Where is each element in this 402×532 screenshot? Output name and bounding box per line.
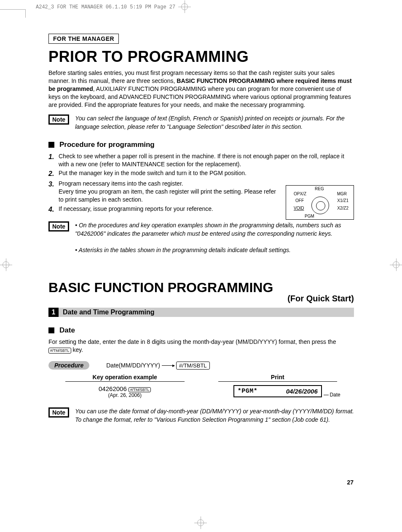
registration-mark-icon [197,519,204,526]
print-receipt-box: *PGM* 04/26/2006 Date [233,385,322,397]
example-columns: Key operation example 04262006 #/TM/SBTL… [48,374,354,398]
step-text: Check to see whether a paper roll is pre… [59,152,354,168]
square-bullet-icon [48,327,54,333]
example-digits: 04262006 [99,385,127,392]
registration-mark-icon [181,3,188,10]
topic-number: 1 [48,308,59,317]
topic-title: Date and Time Programming [63,308,155,317]
note-label: Note [48,407,69,418]
print-date-label: Date [330,392,340,398]
key-cap: #/TM/SBTL [176,362,210,370]
step-number: 1. [48,152,59,168]
page-number: 27 [347,479,354,486]
dial-label-void: VOID [294,206,304,210]
subheading-date: Date [48,326,354,335]
print-date-text: 04/26/2006 [286,388,318,395]
print-column: Print *PGM* 04/26/2006 Date [201,374,354,398]
column-header: Print [218,374,338,382]
step-number: 3. [48,180,59,204]
subheading-text: Date [59,326,75,335]
crop-header-text: A242_3 FOR THE MANAGER 06.1.10 5:19 PM P… [36,4,175,10]
note-label-text: Note [49,408,68,417]
dial-label-x1: X1/Z1 [337,198,348,203]
step-number: 4. [48,205,59,214]
subheading-text: Procedure for programming [59,141,155,149]
note-bullet-a: • On the procedures and key operation ex… [75,222,341,237]
page-title: PRIOR TO PROGRAMMING [48,48,354,66]
example-input-row: 04262006 #/TM/SBTL [48,385,201,392]
registration-mark-icon [3,261,9,268]
dial-label-opx: OPX/Z [294,192,306,196]
crop-mark [25,9,26,18]
intro-paragraph: Before starting sales entries, you must … [48,69,354,109]
dial-icon [311,197,329,214]
step-number: 2. [48,169,59,178]
key-cap-small: #/TM/SBTL [48,348,71,354]
topic-bar-1: 1 Date and Time Programming [48,308,354,317]
subheading-procedure: Procedure for programming [48,141,354,149]
example-sublabel: (Apr. 26, 2006) [48,392,201,398]
note-text: You can select the language of text (Eng… [75,114,354,131]
section-title-basic: BASIC FUNCTION PROGRAMMING [48,280,354,295]
step-2: 2. Put the manager key in the mode switc… [48,169,354,178]
dial-label-pgm: PGM [305,214,314,218]
note-block-3: Note You can use the date format of day-… [48,407,354,424]
content-area: FOR THE MANAGER PRIOR TO PROGRAMMING Bef… [48,34,354,426]
column-header: Key operation example [65,374,185,382]
page: A242_3 FOR THE MANAGER 06.1.10 5:19 PM P… [0,0,402,532]
note-label: Note [48,221,69,231]
key-operation-column: Key operation example 04262006 #/TM/SBTL… [48,374,201,398]
arrow-icon [162,365,174,366]
date-paragraph: For setting the date, enter the date in … [48,338,354,354]
dial-label-reg: REG [315,186,324,191]
registration-mark-icon [393,261,399,268]
step-text: Put the manager key in the mode switch a… [59,169,354,178]
square-bullet-icon [48,142,54,148]
section-header: FOR THE MANAGER [48,34,119,44]
step-1: 1. Check to see whether a paper roll is … [48,152,354,168]
note-block-2: Note • On the procedures and key operati… [48,221,354,254]
procedure-input-label: Date(MM/DD/YYYY) [106,362,160,369]
note-label-text: Note [49,222,68,231]
note-block-1: Note You can select the language of text… [48,114,354,131]
note-label: Note [48,114,69,125]
key-cap-small: #/TM/SBTL [129,387,151,392]
dial-label-x2: X2/Z2 [337,206,348,210]
intro-text-c: , AUXILIARY FUNCTION PROGRAMMING where y… [48,85,351,108]
dial-label-mgr: MGR [337,192,347,196]
date-text-b: key. [71,346,83,353]
note-text: • On the procedures and key operation ex… [75,221,354,254]
crop-mark [0,9,25,10]
note-label-text: Note [49,115,68,124]
mode-switch-diagram: REG OPX/Z MGR OFF X1/Z1 VOID X2/Z2 PGM [286,185,354,220]
procedure-row: Procedure Date(MM/DD/YYYY) #/TM/SBTL [48,361,354,370]
dial-label-off: OFF [295,198,304,203]
date-text-a: For setting the date, enter the date in … [48,338,336,345]
note-text: You can use the date format of day-month… [75,407,354,424]
procedure-label: Procedure [48,361,89,370]
note-bullet-b: • Asterisks in the tables shown in the p… [75,247,291,253]
print-pgm-text: *PGM* [238,388,258,395]
